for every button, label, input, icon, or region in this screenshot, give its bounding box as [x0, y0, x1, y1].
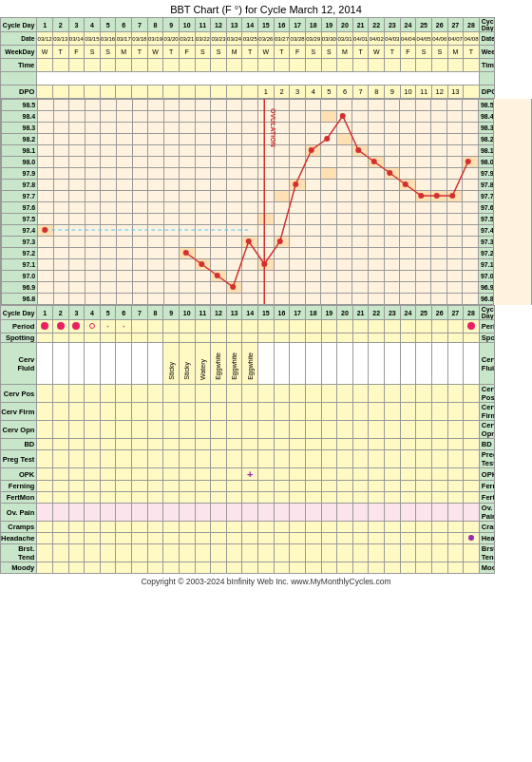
cd-2: 2	[52, 18, 68, 32]
period-dot-2	[57, 322, 65, 330]
cd-26: 26	[431, 18, 447, 32]
time-label: Time	[1, 59, 37, 72]
cd-25: 25	[416, 18, 432, 32]
cerv-fluid-eggwhite-1: Eggwhite	[215, 352, 221, 380]
fertmon-label-right: FertMon	[479, 492, 495, 504]
period-label-right: Period	[479, 320, 495, 333]
temp-row-970: 97.0 97.0	[2, 271, 531, 282]
period-dot-3	[72, 322, 80, 330]
cerv-pos-row: Cerv Pos Cerv Pos	[1, 385, 532, 403]
cerv-fluid-label-right: Cerv Fluid	[479, 343, 495, 385]
cd-4: 4	[85, 18, 101, 32]
temp-row-985: 98.5 98.5	[2, 100, 531, 111]
cd-5: 5	[100, 18, 116, 32]
fertmon-label: FertMon	[1, 492, 37, 504]
temp-row-969: 96.9 96.9	[2, 282, 531, 294]
time-label-right: Time	[479, 59, 495, 72]
opk-label-right: OPK	[479, 468, 495, 481]
cerv-pos-label-right: Cerv Pos	[479, 385, 495, 403]
bd-row: BD BD	[1, 439, 532, 450]
cerv-opn-label: Cerv Opn	[1, 421, 37, 439]
ferning-row: Ferning Ferning	[1, 481, 532, 492]
temp-row-981: 98.1 98.1	[2, 145, 531, 157]
cerv-opn-label-right: Cerv Opn	[479, 421, 495, 439]
brst-tend-label: Brst. Tend	[1, 544, 37, 562]
cerv-fluid-eggwhite-3: Eggwhite	[247, 352, 254, 380]
weekday-label: WeekDay	[1, 46, 37, 59]
temp-row-982: 98.2 98.2	[2, 134, 531, 145]
cd-18: 18	[305, 18, 321, 32]
cd-11: 11	[195, 18, 211, 32]
cerv-fluid-sticky-2: Sticky	[183, 362, 190, 380]
cycle-day-label: Cycle Day	[1, 18, 37, 32]
cramps-row: Cramps Cramps	[1, 522, 532, 533]
period-label: Period	[1, 320, 37, 333]
ov-pain-label: Ov. Pain	[1, 504, 37, 522]
temp-row-979: 97.9 97.9	[2, 168, 531, 180]
bbt-chart: Cycle Day 1 2 3 4 5 6 7 8 9 10 11 12 13 …	[0, 17, 532, 99]
temp-row-975: 97.5 97.5	[2, 214, 531, 225]
cramps-label-right: Cramps	[479, 522, 495, 533]
moody-row: Moody Moody	[1, 562, 532, 574]
dpo-label-right: DPO	[479, 86, 495, 99]
temp-row-980: 98.0 98.0	[2, 157, 531, 168]
temp-row-972: 97.2 97.2	[2, 248, 531, 259]
moody-label-right: Moody	[479, 562, 495, 574]
cramps-label: Cramps	[1, 522, 37, 533]
cd-3: 3	[68, 18, 85, 32]
period-row: Period · · Period	[1, 320, 532, 333]
cerv-firm-label-right: Cerv Firm	[479, 403, 495, 421]
headache-label-right: Headache	[479, 533, 495, 544]
dpo-label: DPO	[1, 86, 37, 99]
brst-tend-label-right: Brst. Tend	[479, 544, 495, 562]
bottom-section-table: Cycle Day 123456789101112131415161718192…	[0, 305, 532, 574]
weekday-label-right: WeekDay	[479, 46, 495, 59]
cerv-fluid-watery: Watery	[200, 359, 206, 380]
cerv-fluid-eggwhite-2: Eggwhite	[231, 352, 238, 380]
cd-19: 19	[321, 18, 337, 32]
fertmon-row: FertMon FertMon	[1, 492, 532, 504]
cd-7: 7	[132, 18, 148, 32]
temp-row-968: 96.8 96.8	[2, 294, 531, 305]
temp-row-978: 97.8 97.8	[2, 180, 531, 191]
cerv-fluid-row: Cerv Fluid Sticky Sticky Watery Eggwhite…	[1, 343, 532, 385]
cd-12: 12	[211, 18, 227, 32]
cerv-fluid-sticky-1: Sticky	[168, 362, 175, 380]
ov-pain-row: Ov. Pain Ov. Pain	[1, 504, 532, 522]
date-row: Date 03/12 03/13 03/14 03/15 03/16 03/17…	[1, 32, 532, 46]
time-row: Time Time	[1, 59, 532, 72]
ferning-label: Ferning	[1, 481, 37, 492]
cd-23: 23	[385, 18, 401, 32]
cd-24: 24	[400, 18, 416, 32]
cd-21: 21	[352, 18, 369, 32]
headache-dot-28	[468, 535, 474, 541]
cycle-day-bottom-label: Cycle Day	[1, 306, 37, 320]
footer: Copyright © 2003-2024 bInfinity Web Inc.…	[0, 574, 532, 589]
headache-row: Headache Headache	[1, 533, 532, 544]
cd-1: 1	[37, 18, 53, 32]
cd-13: 13	[226, 18, 242, 32]
preg-test-row: Preg Test Preg Test	[1, 450, 532, 468]
cd-20: 20	[337, 18, 353, 32]
date-label: Date	[1, 32, 37, 46]
ferning-label-right: Ferning	[479, 481, 495, 492]
opk-row: OPK + OPK	[1, 468, 532, 481]
cd-22: 22	[369, 18, 385, 32]
weekday-row: WeekDay W T F S S M T W T F S S M T W T …	[1, 46, 532, 59]
cycle-day-bottom-row: Cycle Day 123456789101112131415161718192…	[1, 306, 532, 320]
temp-row-971: 97.1 97.1	[2, 259, 531, 271]
cd-15: 15	[258, 18, 275, 32]
headache-label: Headache	[1, 533, 37, 544]
bd-label-right: BD	[479, 439, 495, 450]
cd-28: 28	[464, 18, 480, 32]
dpo-row: DPO 1 2 3 4 5 6 7 8 9 10 11 12 13 DPO	[1, 86, 532, 99]
cycle-day-bottom-label-right: Cycle Day	[479, 306, 495, 320]
temp-row-983: 98.3 98.3	[2, 123, 531, 134]
ov-pain-label-right: Ov. Pain	[479, 504, 495, 522]
cd-16: 16	[274, 18, 290, 32]
bd-label: BD	[1, 439, 37, 450]
cd-17: 17	[290, 18, 306, 32]
cerv-firm-label: Cerv Firm	[1, 403, 37, 421]
temp-row-984: 98.4 98.4	[2, 111, 531, 123]
brst-tend-row: Brst. Tend Brst. Tend	[1, 544, 532, 562]
